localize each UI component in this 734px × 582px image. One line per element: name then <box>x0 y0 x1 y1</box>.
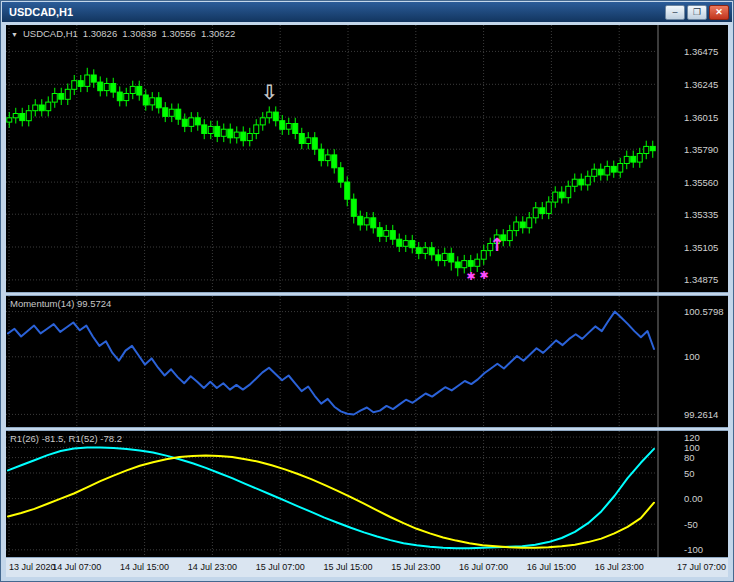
axis-label: 1.36475 <box>684 46 718 57</box>
candle-bull <box>72 81 77 90</box>
candle-bear <box>611 166 616 172</box>
candle-bull <box>423 248 428 254</box>
candle-bull <box>644 146 649 153</box>
candle-bear <box>345 182 350 199</box>
candle-bull <box>384 231 389 237</box>
candle-bull <box>13 114 18 118</box>
candle-bull <box>306 138 311 144</box>
open-value: 1.30826 <box>83 28 117 39</box>
candle-bull <box>546 202 551 213</box>
r1-chart[interactable]: 12010080500.00-50-100 <box>6 431 728 557</box>
candle-bull <box>267 112 272 118</box>
r1-panel[interactable]: 12010080500.00-50-100 R1(26) -81.5, R1(5… <box>6 431 728 557</box>
candle-bear <box>351 199 356 216</box>
candle-bear <box>319 149 324 160</box>
candle-bull <box>85 75 90 86</box>
candle-bull <box>26 111 31 121</box>
candle-bull <box>208 126 213 133</box>
momentum-panel[interactable]: 100.579810099.2614 Momentum(14) 99.5724 <box>6 296 728 427</box>
candle-bull <box>364 218 369 225</box>
time-label: 14 Jul 15:00 <box>120 562 169 572</box>
candle-bull <box>234 132 239 138</box>
candle-bear <box>273 112 278 121</box>
candle-bear <box>195 118 200 125</box>
candle-bear <box>78 81 83 87</box>
candle-bear <box>20 114 25 121</box>
symbol-label: USDCAD,H1 <box>23 28 78 39</box>
time-label: 15 Jul 23:00 <box>391 562 440 572</box>
candle-bear <box>436 255 441 261</box>
time-label: 13 Jul 2020 <box>9 562 56 572</box>
candle-bear <box>241 132 246 141</box>
star-icon: ✱ <box>466 270 475 283</box>
candle-bear <box>293 124 298 134</box>
time-label: 15 Jul 07:00 <box>256 562 305 572</box>
time-label: 16 Jul 07:00 <box>459 562 508 572</box>
candle-bear <box>299 134 304 144</box>
time-label: 16 Jul 15:00 <box>527 562 576 572</box>
candle-bull <box>527 218 532 228</box>
candlestick-chart[interactable]: 1.364751.362451.360151.357901.355601.353… <box>6 25 728 292</box>
close-button[interactable]: ✕ <box>709 5 729 20</box>
candle-bull <box>462 261 467 268</box>
candle-bear <box>59 94 64 100</box>
candle-bull <box>104 84 109 91</box>
close-icon: ✕ <box>715 7 723 17</box>
candle-bear <box>156 98 161 108</box>
axis-label: 1.35560 <box>684 177 718 188</box>
candle-bull <box>124 94 129 101</box>
candle-bear <box>176 109 181 119</box>
candle-bull <box>514 222 519 231</box>
window-titlebar[interactable]: USDCAD,H1 – ❐ ✕ <box>2 2 732 22</box>
axis-label: 1.36245 <box>684 79 718 90</box>
axis-label: 1.34875 <box>684 274 718 285</box>
candle-bull <box>52 94 57 103</box>
candle-bull <box>189 118 194 127</box>
candle-bear <box>228 129 233 138</box>
time-axis[interactable]: 13 Jul 202014 Jul 07:0014 Jul 15:0014 Ju… <box>6 557 728 577</box>
candle-bull <box>286 124 291 130</box>
candle-bear <box>650 146 655 150</box>
axis-label: 99.2614 <box>684 409 718 420</box>
candle-bull <box>150 98 155 105</box>
candle-bull <box>325 155 330 161</box>
axis-label: 100 <box>684 351 700 362</box>
candle-bull <box>507 231 512 241</box>
candle-bear <box>280 121 285 130</box>
candle-bear <box>598 169 603 175</box>
candle-bull <box>46 102 51 111</box>
candle-bull <box>481 251 486 260</box>
candle-bull <box>169 109 174 116</box>
candle-bull <box>592 169 597 176</box>
candle-bull <box>130 86 135 93</box>
price-panel[interactable]: 1.364751.362451.360151.357901.355601.353… <box>6 25 728 292</box>
window-controls: – ❐ ✕ <box>665 5 729 20</box>
axis-label: 80 <box>684 452 695 463</box>
symbol-dropdown-icon[interactable]: ▼ <box>11 31 18 38</box>
time-label: 16 Jul 23:00 <box>595 562 644 572</box>
restore-button[interactable]: ❐ <box>687 5 707 20</box>
candle-bear <box>98 82 103 91</box>
momentum-chart[interactable]: 100.579810099.2614 <box>6 296 728 427</box>
candle-bull <box>624 156 629 163</box>
time-label: 14 Jul 07:00 <box>52 562 101 572</box>
candle-bear <box>559 192 564 198</box>
candle-bear <box>143 95 148 105</box>
axis-label: 100.5798 <box>684 306 724 317</box>
candle-bull <box>247 134 252 141</box>
down-arrow-icon: ⇩ <box>261 80 278 104</box>
candle-bear <box>39 105 44 111</box>
candle-bear <box>371 218 376 228</box>
candle-bear <box>468 261 473 267</box>
candle-bull <box>65 89 70 99</box>
high-value: 1.30838 <box>122 28 156 39</box>
candle-bear <box>137 86 142 95</box>
candle-bear <box>182 119 187 126</box>
candle-bull <box>33 105 38 111</box>
axis-label: 1.36015 <box>684 112 718 123</box>
up-arrow-icon: ↑ <box>489 234 504 255</box>
candle-bear <box>111 84 116 93</box>
minimize-button[interactable]: – <box>665 5 685 20</box>
candle-bull <box>585 176 590 185</box>
star-icon: ✱ <box>479 269 488 282</box>
